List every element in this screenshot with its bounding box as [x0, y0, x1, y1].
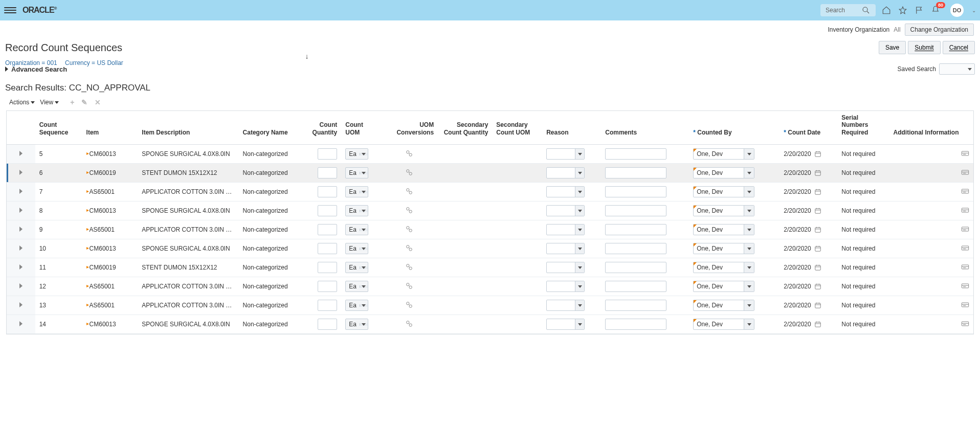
count-quantity-input[interactable] [318, 319, 337, 330]
count-quantity-input[interactable] [318, 205, 337, 216]
reason-select[interactable] [546, 319, 585, 330]
col-counted-by[interactable]: Counted By [689, 111, 779, 145]
expand-row-icon[interactable] [19, 208, 23, 213]
count-quantity-input[interactable] [318, 281, 337, 292]
expand-row-icon[interactable] [19, 264, 23, 270]
col-count-date[interactable]: Count Date [779, 111, 837, 145]
user-avatar[interactable]: DO [950, 4, 964, 17]
reason-select[interactable] [546, 300, 585, 311]
reason-select[interactable] [546, 167, 585, 178]
counted-by-select[interactable]: One, Dev [693, 186, 754, 197]
reason-select[interactable] [546, 186, 585, 197]
calendar-icon[interactable] [814, 302, 821, 309]
col-comments[interactable]: Comments [601, 111, 689, 145]
count-quantity-input[interactable] [318, 243, 337, 254]
calendar-icon[interactable] [814, 283, 821, 290]
comments-input[interactable] [605, 148, 666, 160]
uom-conversion-icon[interactable] [405, 187, 413, 195]
col-uom-conversions[interactable]: UOM Conversions [381, 111, 438, 145]
uom-conversion-icon[interactable] [405, 301, 413, 309]
table-row[interactable]: 8 CM60013 SPONGE SURGICAL 4.0X8.0IN Non-… [7, 201, 973, 220]
calendar-icon[interactable] [814, 226, 821, 233]
cell-item[interactable]: CM60013 [82, 315, 138, 334]
cell-item[interactable]: CM60013 [82, 145, 138, 164]
comments-input[interactable] [605, 205, 666, 216]
calendar-icon[interactable] [814, 207, 821, 214]
star-icon[interactable] [898, 6, 907, 15]
calendar-icon[interactable] [814, 264, 821, 271]
uom-conversion-icon[interactable] [405, 320, 413, 328]
cell-item[interactable]: CM60013 [82, 201, 138, 220]
col-secondary-count-quantity[interactable]: Secondary Count Quantity [438, 111, 492, 145]
search-icon[interactable] [861, 6, 871, 15]
count-quantity-input[interactable] [318, 186, 337, 197]
additional-info-icon[interactable] [961, 188, 969, 195]
cell-item[interactable]: AS65001 [82, 220, 138, 239]
flag-icon[interactable] [915, 6, 924, 15]
home-icon[interactable] [882, 6, 891, 15]
global-search-input[interactable] [826, 7, 861, 14]
count-uom-select[interactable]: Ea [345, 281, 368, 292]
cell-item[interactable]: CM60019 [82, 164, 138, 183]
delete-icon[interactable]: ✕ [95, 98, 101, 106]
uom-conversion-icon[interactable] [405, 263, 413, 271]
saved-search-select[interactable] [939, 63, 975, 75]
col-serial-numbers-required[interactable]: Serial Numbers Required [837, 111, 889, 145]
comments-input[interactable] [605, 167, 666, 178]
table-row[interactable]: 5 CM60013 SPONGE SURGICAL 4.0X8.0IN Non-… [7, 145, 973, 164]
cancel-button[interactable]: Cancel [943, 41, 975, 54]
disclosure-triangle-icon[interactable] [5, 66, 8, 72]
reason-select[interactable] [546, 243, 585, 254]
calendar-icon[interactable] [814, 188, 821, 195]
expand-row-icon[interactable] [19, 170, 23, 175]
actions-menu[interactable]: Actions [9, 99, 35, 106]
table-row[interactable]: 14 CM60013 SPONGE SURGICAL 4.0X8.0IN Non… [7, 315, 973, 334]
reason-select[interactable] [546, 224, 585, 235]
additional-info-icon[interactable] [961, 282, 969, 289]
table-row[interactable]: 7 AS65001 APPLICATOR COTTON 3.0IN … Non-… [7, 183, 973, 201]
expand-row-icon[interactable] [19, 321, 23, 326]
counted-by-select[interactable]: One, Dev [693, 148, 754, 160]
count-uom-select[interactable]: Ea [345, 224, 368, 235]
reason-select[interactable] [546, 148, 585, 160]
col-count-quantity[interactable]: Count Quantity [299, 111, 341, 145]
col-item[interactable]: Item [82, 111, 138, 145]
additional-info-icon[interactable] [961, 226, 969, 233]
add-icon[interactable]: + [70, 98, 74, 106]
count-uom-select[interactable]: Ea [345, 205, 368, 216]
additional-info-icon[interactable] [961, 301, 969, 308]
count-uom-select[interactable]: Ea [345, 167, 368, 178]
table-row[interactable]: 12 AS65001 APPLICATOR COTTON 3.0IN … Non… [7, 277, 973, 296]
count-uom-select[interactable]: Ea [345, 300, 368, 311]
view-menu[interactable]: View [40, 99, 59, 106]
comments-input[interactable] [605, 262, 666, 273]
global-search[interactable] [820, 4, 876, 16]
count-uom-select[interactable]: Ea [345, 262, 368, 273]
uom-conversion-icon[interactable] [405, 282, 413, 290]
table-row[interactable]: 10 CM60013 SPONGE SURGICAL 4.0X8.0IN Non… [7, 239, 973, 258]
expand-row-icon[interactable] [19, 302, 23, 307]
expand-row-icon[interactable] [19, 283, 23, 288]
cell-item[interactable]: CM60013 [82, 239, 138, 258]
submit-button[interactable]: Submit [908, 41, 940, 54]
counted-by-select[interactable]: One, Dev [693, 243, 754, 254]
count-uom-select[interactable]: Ea [345, 148, 368, 160]
reason-select[interactable] [546, 205, 585, 216]
chevron-down-icon[interactable]: ⌄ [972, 8, 976, 13]
edit-icon[interactable]: ✎ [81, 98, 87, 106]
additional-info-icon[interactable] [961, 207, 969, 214]
cell-item[interactable]: CM60019 [82, 258, 138, 277]
count-uom-select[interactable]: Ea [345, 243, 368, 254]
uom-conversion-icon[interactable] [405, 149, 413, 158]
count-uom-select[interactable]: Ea [345, 319, 368, 330]
count-quantity-input[interactable] [318, 224, 337, 235]
col-count-sequence[interactable]: Count Sequence [35, 111, 82, 145]
expand-row-icon[interactable] [19, 227, 23, 232]
comments-input[interactable] [605, 319, 666, 330]
expand-row-icon[interactable] [19, 189, 23, 194]
col-reason[interactable]: Reason [542, 111, 601, 145]
cell-item[interactable]: AS65001 [82, 277, 138, 296]
table-row[interactable]: 11 CM60019 STENT DUMON 15X12X12 Non-cate… [7, 258, 973, 277]
counted-by-select[interactable]: One, Dev [693, 262, 754, 273]
count-uom-select[interactable]: Ea [345, 186, 368, 197]
